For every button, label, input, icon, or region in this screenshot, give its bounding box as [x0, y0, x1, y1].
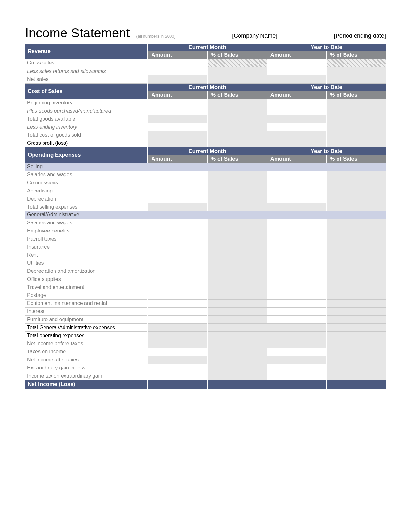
cell-amount-ytd[interactable]: [267, 187, 327, 195]
cell-amount-ytd[interactable]: [267, 235, 327, 243]
label: Payroll taxes: [25, 235, 148, 243]
section-title-opex: Operating Expenses: [25, 147, 148, 163]
cell-amount-cm[interactable]: [148, 299, 207, 307]
cell-amount-cm: [148, 139, 207, 147]
cell-amount-ytd[interactable]: [267, 283, 327, 291]
cell-pct-cm: [207, 251, 267, 259]
cell-pct-cm: [207, 315, 267, 323]
cell-amount-ytd[interactable]: [267, 299, 327, 307]
cell-amount-cm: [148, 380, 207, 389]
cell-amount-ytd[interactable]: [267, 307, 327, 315]
cell-amount-ytd[interactable]: [267, 267, 327, 275]
cell-amount-cm[interactable]: [148, 67, 207, 75]
label: Net income before taxes: [25, 340, 148, 348]
cell-amount-ytd: [267, 380, 327, 389]
cell-amount-ytd[interactable]: [267, 107, 327, 115]
cell-amount-ytd[interactable]: [267, 67, 327, 75]
subsection-selling: Selling: [25, 163, 386, 171]
cell-amount-ytd[interactable]: [267, 243, 327, 251]
cell-amount-ytd: [267, 356, 327, 364]
label: Less sales returns and allowances: [25, 67, 148, 75]
label: Salaries and wages: [25, 171, 148, 179]
cell-pct-cm: [207, 299, 267, 307]
cell-amount-ytd[interactable]: [267, 219, 327, 227]
cell-amount-ytd[interactable]: [267, 99, 327, 107]
cell-amount-cm[interactable]: [148, 291, 207, 299]
cell-pct-ytd: [326, 331, 386, 340]
row-ni-after-tax: Net income after taxes: [25, 356, 386, 364]
cell-amount-ytd[interactable]: [267, 364, 327, 372]
section-header-cost: Cost of Sales Current Month Year to Date: [25, 83, 386, 91]
cell-amount-cm[interactable]: [148, 364, 207, 372]
row-total-goods: Total goods available: [25, 115, 386, 123]
cell-amount-ytd: [267, 203, 327, 211]
cell-amount-cm[interactable]: [148, 267, 207, 275]
cell-amount-cm[interactable]: [148, 275, 207, 283]
cell-amount-cm[interactable]: [148, 99, 207, 107]
col-pct-ytd: % of Sales: [326, 51, 386, 59]
subsection-label: Selling: [25, 163, 386, 171]
cell-amount-cm[interactable]: [148, 123, 207, 131]
row-sell-depreciation: Depreciation: [25, 195, 386, 203]
cell-amount-cm[interactable]: [148, 251, 207, 259]
cell-pct-ytd: [326, 195, 386, 203]
cell-amount-ytd[interactable]: [267, 315, 327, 323]
row-ga-total: Total General/Administrative expenses: [25, 323, 386, 331]
cell-amount-cm[interactable]: [148, 187, 207, 195]
row-less-ending-inv: Less ending inventory: [25, 123, 386, 131]
cell-pct-ytd: [326, 267, 386, 275]
cell-amount-cm[interactable]: [148, 195, 207, 203]
cell-amount-ytd[interactable]: [267, 372, 327, 380]
period-header-ytd: Year to Date: [267, 44, 386, 51]
row-ga-payroll: Payroll taxes: [25, 235, 386, 243]
company-name[interactable]: [Company Name]: [232, 33, 277, 39]
cell-amount-cm: [148, 356, 207, 364]
label: Total goods available: [25, 115, 148, 123]
cell-amount-cm[interactable]: [148, 179, 207, 187]
cell-amount-cm[interactable]: [148, 307, 207, 315]
cell-amount-cm[interactable]: [148, 235, 207, 243]
cell-amount-ytd[interactable]: [267, 275, 327, 283]
cell-amount-cm[interactable]: [148, 107, 207, 115]
col-amount-ytd: Amount: [267, 91, 327, 99]
label: Office supplies: [25, 275, 148, 283]
cell-pct-cm: [207, 59, 267, 67]
cell-amount-ytd[interactable]: [267, 59, 327, 67]
cell-amount-ytd[interactable]: [267, 123, 327, 131]
cell-pct-ytd: [326, 275, 386, 283]
cell-amount-cm[interactable]: [148, 283, 207, 291]
row-ga-dep-amort: Depreciation and amortization: [25, 267, 386, 275]
cell-amount-cm[interactable]: [148, 372, 207, 380]
col-amount: Amount: [148, 91, 207, 99]
cell-amount-ytd[interactable]: [267, 348, 327, 356]
cell-amount-ytd[interactable]: [267, 251, 327, 259]
cell-pct-ytd: [326, 139, 386, 147]
cell-amount-ytd[interactable]: [267, 195, 327, 203]
label: Total operating expenses: [25, 331, 148, 340]
cell-amount-cm[interactable]: [148, 59, 207, 67]
cell-amount-cm[interactable]: [148, 227, 207, 235]
row-beginning-inventory: Beginning inventory: [25, 99, 386, 107]
label: Travel and entertainment: [25, 283, 148, 291]
cell-amount-ytd[interactable]: [267, 179, 327, 187]
row-net-income: Net Income (Loss): [25, 380, 386, 389]
cell-amount-cm[interactable]: [148, 259, 207, 267]
cell-pct-cm: [207, 235, 267, 243]
period-ending[interactable]: [Period ending date]: [334, 33, 386, 39]
cell-amount-cm[interactable]: [148, 348, 207, 356]
cell-amount-ytd: [267, 75, 327, 83]
cell-amount-ytd[interactable]: [267, 171, 327, 179]
cell-amount-cm[interactable]: [148, 171, 207, 179]
cell-pct-cm: [207, 283, 267, 291]
cell-amount-ytd[interactable]: [267, 227, 327, 235]
cell-amount-cm[interactable]: [148, 219, 207, 227]
cell-pct-cm: [207, 99, 267, 107]
cell-pct-ytd: [326, 291, 386, 299]
cell-amount-cm[interactable]: [148, 315, 207, 323]
cell-amount-ytd[interactable]: [267, 291, 327, 299]
cell-amount-cm[interactable]: [148, 243, 207, 251]
period-header-current: Current Month: [148, 83, 267, 91]
cell-pct-cm: [207, 331, 267, 340]
cell-pct-ytd: [326, 219, 386, 227]
cell-amount-ytd[interactable]: [267, 259, 327, 267]
